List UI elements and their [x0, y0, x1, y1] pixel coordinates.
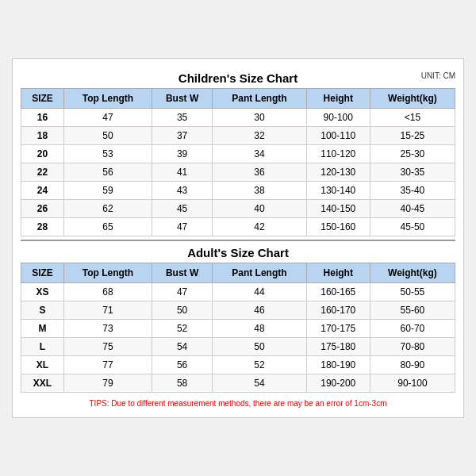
table-cell: 50	[152, 301, 213, 320]
table-cell: 180-190	[306, 356, 370, 374]
table-cell: 45	[152, 200, 213, 218]
table-cell: 52	[213, 356, 306, 374]
table-row: XXL795854190-20090-100	[21, 374, 455, 393]
table-row: 18503732100-11015-25	[21, 127, 455, 145]
col-top-length: Top Length	[63, 89, 152, 109]
table-cell: 50	[63, 127, 152, 145]
table-cell: 77	[63, 356, 152, 374]
table-cell: XXL	[21, 374, 64, 393]
table-row: XL775652180-19080-90	[21, 356, 455, 374]
table-cell: 175-180	[306, 338, 370, 356]
col-size-adult: SIZE	[21, 263, 64, 283]
table-cell: 56	[152, 356, 213, 374]
table-cell: 50-55	[370, 283, 455, 301]
chart-container: Children's Size Chart UNIT: CM SIZE Top …	[12, 58, 464, 418]
col-height-adult: Height	[306, 263, 370, 283]
table-cell: 26	[21, 200, 64, 218]
table-cell: 140-150	[306, 200, 370, 218]
table-cell: 46	[213, 301, 306, 320]
col-weight-adult: Weight(kg)	[370, 263, 455, 283]
table-cell: 110-120	[306, 145, 370, 163]
table-cell: 58	[152, 374, 213, 393]
table-cell: 47	[152, 218, 213, 236]
table-cell: 90-100	[306, 109, 370, 127]
table-cell: 47	[152, 283, 213, 301]
table-cell: 35	[152, 109, 213, 127]
table-cell: 36	[213, 163, 306, 182]
children-table: SIZE Top Length Bust W Pant Length Heigh…	[21, 88, 455, 236]
table-cell: 40	[213, 200, 306, 218]
table-cell: 37	[152, 127, 213, 145]
children-tbody: 1647353090-100<1518503732100-11015-25205…	[21, 109, 455, 236]
table-row: S715046160-17055-60	[21, 301, 455, 320]
children-header-row: SIZE Top Length Bust W Pant Length Heigh…	[21, 89, 455, 109]
table-cell: 20	[21, 145, 64, 163]
table-cell: S	[21, 301, 64, 320]
table-cell: 47	[63, 109, 152, 127]
table-cell: 38	[213, 182, 306, 200]
table-cell: 30-35	[370, 163, 455, 182]
table-cell: M	[21, 320, 64, 338]
table-cell: 100-110	[306, 127, 370, 145]
table-cell: 130-140	[306, 182, 370, 200]
col-pant-length: Pant Length	[213, 89, 306, 109]
table-cell: 55-60	[370, 301, 455, 320]
table-cell: 54	[213, 374, 306, 393]
table-row: L755450175-18070-80	[21, 338, 455, 356]
table-cell: 52	[152, 320, 213, 338]
col-top-length-adult: Top Length	[63, 263, 152, 283]
table-cell: <15	[370, 109, 455, 127]
col-size: SIZE	[21, 89, 64, 109]
table-row: 22564136120-13030-35	[21, 163, 455, 182]
table-cell: 90-100	[370, 374, 455, 393]
adult-tbody: XS684744160-16550-55S715046160-17055-60M…	[21, 283, 455, 393]
children-title: Children's Size Chart	[178, 71, 298, 85]
table-cell: 170-175	[306, 320, 370, 338]
table-cell: 48	[213, 320, 306, 338]
table-cell: 44	[213, 283, 306, 301]
col-bust-w: Bust W	[152, 89, 213, 109]
table-cell: 150-160	[306, 218, 370, 236]
table-cell: 42	[213, 218, 306, 236]
table-cell: 22	[21, 163, 64, 182]
table-cell: 80-90	[370, 356, 455, 374]
table-row: 20533934110-12025-30	[21, 145, 455, 163]
table-cell: XL	[21, 356, 64, 374]
table-cell: 70-80	[370, 338, 455, 356]
table-cell: 35-40	[370, 182, 455, 200]
table-cell: 190-200	[306, 374, 370, 393]
table-cell: 68	[63, 283, 152, 301]
table-cell: 18	[21, 127, 64, 145]
table-cell: 43	[152, 182, 213, 200]
table-row: M735248170-17560-70	[21, 320, 455, 338]
col-weight: Weight(kg)	[370, 89, 455, 109]
table-cell: 160-170	[306, 301, 370, 320]
table-cell: 24	[21, 182, 64, 200]
table-cell: 54	[152, 338, 213, 356]
table-cell: 30	[213, 109, 306, 127]
table-cell: 34	[213, 145, 306, 163]
table-cell: 160-165	[306, 283, 370, 301]
col-height: Height	[306, 89, 370, 109]
table-cell: 120-130	[306, 163, 370, 182]
table-cell: 32	[213, 127, 306, 145]
adult-header-row: SIZE Top Length Bust W Pant Length Heigh…	[21, 263, 455, 283]
adult-section: Adult's Size Chart SIZE Top Length Bust …	[21, 240, 455, 393]
table-cell: 25-30	[370, 145, 455, 163]
col-pant-length-adult: Pant Length	[213, 263, 306, 283]
adult-title-row: Adult's Size Chart	[21, 241, 455, 263]
table-cell: 71	[63, 301, 152, 320]
table-row: 24594338130-14035-40	[21, 182, 455, 200]
children-title-row: Children's Size Chart UNIT: CM	[21, 67, 455, 88]
table-cell: 62	[63, 200, 152, 218]
table-cell: 75	[63, 338, 152, 356]
table-cell: 40-45	[370, 200, 455, 218]
table-cell: 39	[152, 145, 213, 163]
table-cell: 41	[152, 163, 213, 182]
adult-table: SIZE Top Length Bust W Pant Length Heigh…	[21, 263, 455, 393]
table-cell: 28	[21, 218, 64, 236]
table-row: 1647353090-100<15	[21, 109, 455, 127]
table-cell: 65	[63, 218, 152, 236]
table-cell: 16	[21, 109, 64, 127]
col-bust-w-adult: Bust W	[152, 263, 213, 283]
